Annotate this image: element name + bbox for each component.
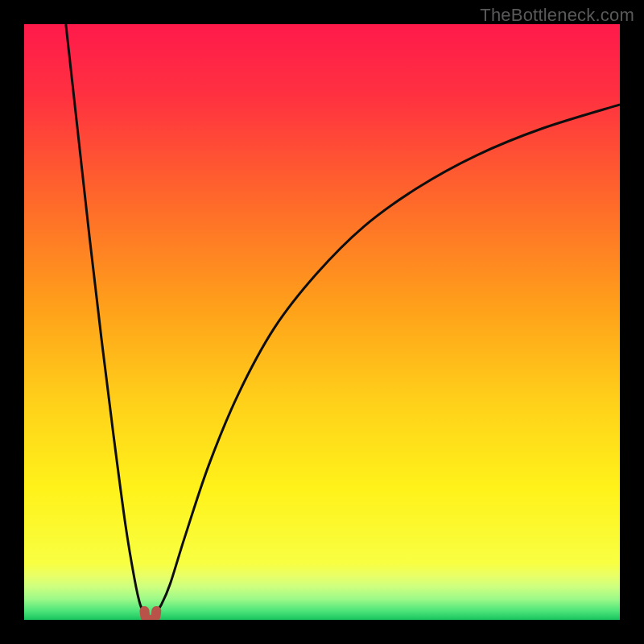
chart-svg	[24, 24, 620, 620]
gradient-background	[24, 24, 620, 620]
plot-area	[24, 24, 620, 620]
watermark-text: TheBottleneck.com	[480, 5, 634, 26]
chart-frame: TheBottleneck.com	[0, 0, 644, 644]
